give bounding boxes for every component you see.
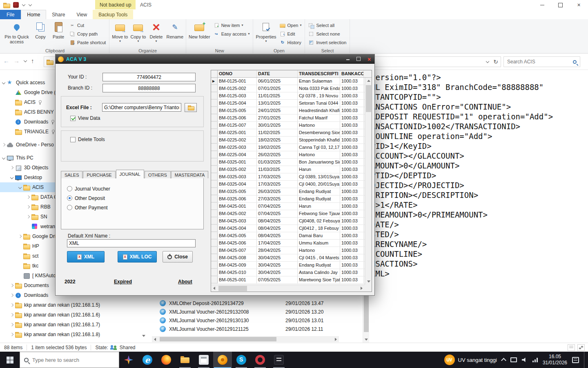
action-center-icon[interactable] xyxy=(572,357,579,363)
thumbnails-view-icon[interactable] xyxy=(577,344,585,351)
expand-chevron-icon[interactable] xyxy=(26,222,31,231)
grid-row[interactable]: BM-0325-005 26/03/2025 Endang Rudiyat 10… xyxy=(211,188,365,195)
row-selector[interactable] xyxy=(211,225,218,232)
search-box[interactable] xyxy=(503,56,580,67)
excel-file-input[interactable] xyxy=(102,103,181,112)
ribbon-button[interactable]: Cut xyxy=(67,21,108,29)
close-dialog-action-button[interactable]: Close xyxy=(163,251,193,263)
row-selector[interactable] xyxy=(211,166,218,173)
file-row[interactable]: XMLOther Deposit-260129134729 29/01/2026… xyxy=(149,299,361,307)
taskbar-search-input[interactable] xyxy=(32,357,115,363)
grid-row[interactable]: BM-0425-009 30/04/2025 Endang Rudiyat 10… xyxy=(211,262,365,269)
recent-locations-chevron-icon[interactable] xyxy=(24,59,27,63)
grid-row[interactable]: BM-0125-003 11/01/2025 Cjl 0378 , 19 Nov… xyxy=(211,92,365,100)
dialog-tab[interactable]: MASTERDATA xyxy=(171,171,209,178)
row-selector[interactable] xyxy=(211,151,218,158)
tray-chevron-icon[interactable] xyxy=(501,358,506,363)
ribbon-button[interactable]: Select all xyxy=(306,21,348,29)
dialog-tab[interactable]: OTHERS xyxy=(145,171,171,178)
row-selector[interactable] xyxy=(211,173,218,180)
ribbon-button[interactable]: Paste shortcut xyxy=(67,38,108,47)
edge-icon[interactable] xyxy=(143,355,152,365)
grid-row[interactable]: BM-0525-001 07/05/2025 Maretwong Sioe Tj… xyxy=(211,276,365,284)
row-selector[interactable] xyxy=(211,247,218,254)
scroll-right-icon[interactable] xyxy=(333,336,339,342)
expand-chevron-icon[interactable] xyxy=(26,212,31,222)
grid-row[interactable]: BM-0425-010 30/04/2025 Astana Calindo Ja… xyxy=(211,269,365,276)
taskbar-app[interactable] xyxy=(138,352,157,368)
grid-row[interactable]: BM-0325-003 17/03/2025 Cjl 0389, 13/01Su… xyxy=(211,173,365,181)
grid-horizontal-scrollbar[interactable] xyxy=(211,285,365,292)
dialog-maximize-button[interactable] xyxy=(356,56,361,62)
row-selector[interactable] xyxy=(211,254,218,261)
column-header-transdescription[interactable]: TRANSDESCRIPTI xyxy=(298,70,340,77)
ribbon-tab[interactable]: View xyxy=(71,10,93,19)
row-selector[interactable] xyxy=(211,181,218,188)
expand-chevron-icon[interactable] xyxy=(18,182,23,192)
footer-about-link[interactable]: About xyxy=(178,279,192,285)
ribbon-button[interactable]: Select none xyxy=(306,29,348,38)
expand-chevron-icon[interactable] xyxy=(10,320,15,330)
row-selector[interactable] xyxy=(211,159,218,166)
row-selector[interactable] xyxy=(211,100,218,107)
ribbon-tab[interactable]: File xyxy=(0,10,21,19)
expand-chevron-icon[interactable] xyxy=(10,127,15,137)
grid-row[interactable]: BM-0125-002 07/01/2025 Nota 0333 Pak End… xyxy=(211,85,365,92)
ribbon-button[interactable]: Invert selection xyxy=(306,38,348,47)
grid-row[interactable]: BM-0125-004 13/01/2025 Setoran Tunai 034… xyxy=(211,100,365,107)
cortana-button[interactable] xyxy=(119,352,138,368)
grid-row[interactable]: BM-0325-001 01/03/2025 Bon Januariwong S… xyxy=(211,159,365,166)
dialog-titlebar[interactable]: ACA V 3 × xyxy=(56,54,374,64)
ribbon-button[interactable]: Easy access xyxy=(212,29,252,38)
row-selector[interactable] xyxy=(211,122,218,129)
browse-button[interactable] xyxy=(185,103,197,112)
grid-row[interactable]: BM-0425-006 17/04/2025 Ummu Kalsum 1000.… xyxy=(211,240,365,247)
notepad-icon[interactable] xyxy=(274,355,284,365)
sidebar-item[interactable]: kkp anwar dan rekan (192.168.1.6) xyxy=(0,310,148,320)
display-icon[interactable] xyxy=(510,357,517,362)
expand-chevron-icon[interactable] xyxy=(10,97,15,107)
row-selector[interactable] xyxy=(211,144,218,151)
taskbar-app[interactable] xyxy=(270,352,288,368)
row-selector[interactable] xyxy=(211,218,218,224)
scroll-down-icon[interactable] xyxy=(365,278,372,285)
expand-chevron-icon[interactable] xyxy=(10,88,15,97)
ribbon-button[interactable]: Properties xyxy=(254,20,277,47)
expand-chevron-icon[interactable] xyxy=(18,241,23,251)
grid-row[interactable]: BM-0425-003 08/04/2025 Cjl0408, 02 Febsu… xyxy=(211,218,365,225)
maximize-button[interactable] xyxy=(551,0,570,10)
expand-chevron-icon[interactable] xyxy=(18,261,23,271)
grid-row[interactable]: BM-0225-003 19/02/2025 Canna Tgl 03, 12,… xyxy=(211,144,365,151)
grid-row[interactable]: BM-0225-002 18/02/2025 Stopperindah Khaf… xyxy=(211,137,365,144)
opera-icon[interactable] xyxy=(255,355,265,365)
file-row[interactable]: XMLJournal Voucher-260129121125 29/01/20… xyxy=(149,325,361,333)
qat-customize-chevron-icon[interactable] xyxy=(22,3,25,7)
start-button[interactable] xyxy=(0,352,20,368)
forward-button[interactable]: → xyxy=(13,57,20,64)
scroll-down-icon[interactable] xyxy=(363,337,370,343)
row-selector[interactable] xyxy=(211,78,218,85)
view-data-checkbox[interactable]: View Data xyxy=(70,115,100,121)
ribbon-button[interactable]: Copy to xyxy=(129,20,147,47)
row-selector[interactable] xyxy=(211,188,218,195)
sidebar-item[interactable]: kkp anwar dan rekan (192.168.1.8) xyxy=(0,330,148,339)
minimize-button[interactable] xyxy=(533,0,551,10)
radio-option[interactable]: Other Payment xyxy=(67,203,198,212)
taskbar-app[interactable] xyxy=(213,352,232,368)
branch-id-input[interactable] xyxy=(102,84,196,92)
ribbon-tab[interactable]: Home xyxy=(21,10,46,19)
expand-chevron-icon[interactable] xyxy=(18,251,23,261)
grid-row[interactable]: BM-0125-006 27/01/2025 Fatchul Maarif 10… xyxy=(211,114,365,122)
sidebar-item[interactable]: kkp anwar dan rekan (192.168.1.5) xyxy=(0,300,148,310)
expand-chevron-icon[interactable] xyxy=(10,117,15,127)
ribbon-button[interactable]: Move to xyxy=(111,20,129,47)
expand-chevron-icon[interactable] xyxy=(10,173,15,182)
expand-chevron-icon[interactable] xyxy=(2,140,7,150)
expand-chevron-icon[interactable] xyxy=(10,310,15,320)
file-list-horizontal-scrollbar[interactable] xyxy=(152,336,339,342)
grid-row[interactable]: BM-0125-005 24/01/2025 Headrestindah Kha… xyxy=(211,107,365,114)
expand-chevron-icon[interactable] xyxy=(10,107,15,117)
file-row[interactable]: XMLJournal Voucher-260129132008 29/01/20… xyxy=(149,307,361,316)
file-row[interactable]: XMLJournal Voucher-260129130130 29/01/20… xyxy=(149,316,361,325)
scrollbar-thumb[interactable] xyxy=(366,85,371,112)
